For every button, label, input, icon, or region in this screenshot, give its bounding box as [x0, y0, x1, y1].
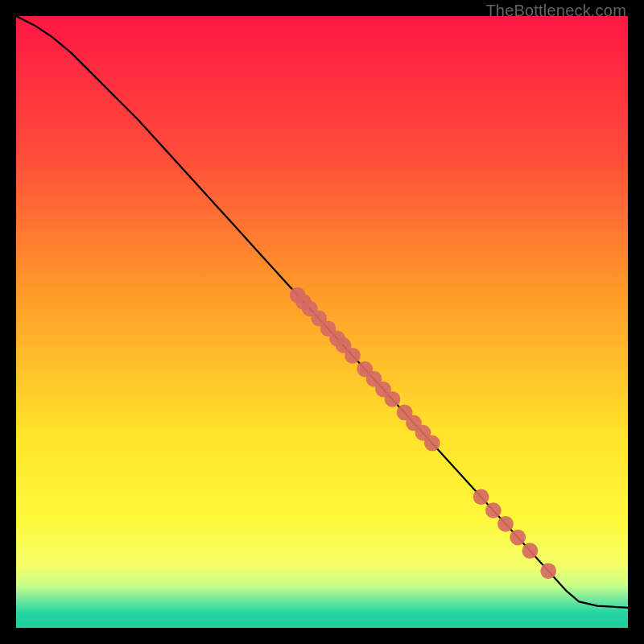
chart-canvas [16, 16, 628, 628]
data-point [540, 563, 556, 579]
data-point [522, 543, 539, 559]
data-point [385, 391, 401, 407]
data-point [485, 502, 502, 518]
data-point [473, 489, 489, 505]
data-point [510, 530, 526, 546]
chart-frame [16, 16, 628, 628]
data-point [497, 516, 514, 532]
data-point [424, 436, 440, 452]
data-point [345, 348, 361, 364]
